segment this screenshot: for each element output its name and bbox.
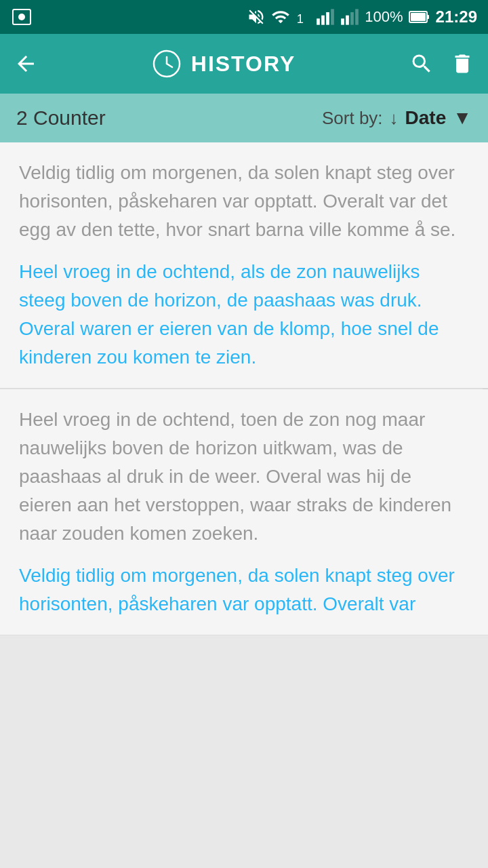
clock-icon	[152, 49, 182, 79]
signal-icon	[316, 7, 335, 26]
svg-rect-3	[317, 18, 320, 24]
svg-rect-6	[331, 9, 334, 24]
svg-rect-10	[355, 9, 359, 24]
svg-rect-7	[341, 18, 344, 24]
svg-rect-4	[321, 16, 325, 25]
search-button[interactable]	[409, 52, 434, 76]
status-bar: 1 100% 21:29	[0, 0, 488, 34]
svg-rect-13	[427, 15, 429, 19]
sort-dropdown-icon[interactable]: ▼	[453, 107, 472, 129]
app-bar-icons	[409, 52, 474, 76]
photo-icon	[11, 6, 33, 28]
history-item-2: Heel vroeg in de ochtend, toen de zon no…	[0, 389, 488, 635]
original-text-1: Veldig tidlig om morgenen, da solen knap…	[19, 159, 469, 244]
svg-point-1	[18, 14, 25, 20]
original-text-2: Heel vroeg in de ochtend, toen de zon no…	[19, 406, 469, 548]
status-time: 21:29	[436, 7, 477, 26]
translated-text-1: Heel vroeg in de ochtend, als de zon nau…	[19, 258, 469, 372]
sort-by-label: Sort by:	[322, 108, 383, 129]
app-bar-title-text: HISTORY	[191, 52, 296, 77]
delete-icon	[450, 52, 474, 76]
translated-text-2: Veldig tidlig om morgenen, da solen knap…	[19, 561, 469, 618]
content-area: Veldig tidlig om morgenen, da solen knap…	[0, 142, 488, 635]
svg-rect-5	[326, 12, 329, 25]
search-icon	[409, 52, 434, 76]
svg-line-16	[167, 64, 172, 67]
status-icons: 1 100% 21:29	[247, 7, 477, 26]
wifi-icon	[271, 7, 290, 26]
sort-value: Date	[405, 107, 447, 129]
back-icon	[14, 52, 38, 76]
back-button[interactable]	[14, 52, 38, 76]
sort-arrow-icon: ↓	[390, 108, 399, 129]
signal1-icon: 1	[296, 7, 310, 26]
svg-rect-8	[346, 16, 349, 25]
mute-icon	[247, 7, 266, 26]
svg-text:1: 1	[297, 12, 304, 26]
battery-icon	[409, 7, 430, 26]
delete-button[interactable]	[450, 52, 474, 76]
history-item: Veldig tidlig om morgenen, da solen knap…	[0, 142, 488, 389]
signal2-icon	[340, 7, 359, 26]
sort-section[interactable]: Sort by: ↓ Date ▼	[322, 107, 472, 129]
battery-percent: 100%	[365, 8, 403, 26]
status-bar-left	[11, 6, 33, 28]
svg-rect-12	[411, 13, 426, 21]
svg-rect-9	[350, 12, 354, 25]
app-bar-title: HISTORY	[152, 49, 296, 79]
app-bar: HISTORY	[0, 34, 488, 94]
counter-label: 2 Counter	[16, 106, 106, 130]
filter-bar: 2 Counter Sort by: ↓ Date ▼	[0, 94, 488, 142]
